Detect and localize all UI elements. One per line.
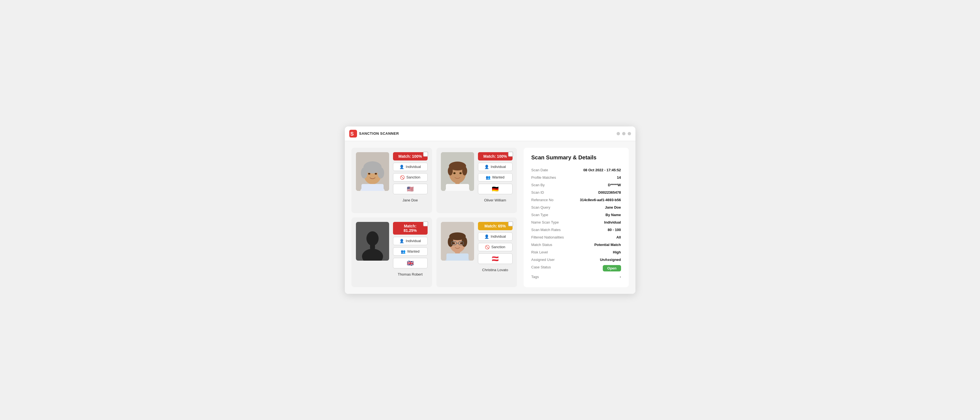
details-label: Scan Type [531,213,570,217]
card-thomas-robert: Match: 81.25% 👤 Individual 👥 Wanted 🇬🇧 T… [352,218,432,287]
person-name-1: Jane Doe [393,198,428,202]
card-checkbox-1[interactable] [423,152,428,157]
details-label: Tags [531,275,570,279]
individual-icon-3: 👤 [399,239,404,243]
svg-point-7 [361,167,368,178]
details-value: High [570,250,621,254]
details-row: Case StatusOpen [531,263,621,273]
type-tag-2: 👤 Individual [478,163,512,171]
svg-point-10 [375,173,377,175]
details-label: Assigned User [531,258,570,262]
details-label: Case Status [531,265,570,269]
svg-point-18 [462,167,467,175]
svg-point-9 [368,173,370,175]
wanted-icon-3: 👥 [401,249,406,254]
card-checkbox-2[interactable] [508,152,513,157]
category-label-1: Sanction [406,175,420,179]
category-label-3: Wanted [407,249,419,253]
details-value: 314c8ev6-aaf1-4693-b56 [570,198,621,202]
svg-rect-11 [361,184,383,191]
silhouette-svg [360,230,385,261]
details-row: Scan QueryJane Doe [531,204,621,211]
card-checkbox-3[interactable] [423,221,428,226]
details-row: Scan Date08 Oct 2022 - 17:45:52 [531,166,621,174]
details-row: Scan IDD0022365478 [531,189,621,196]
card-jane-doe: Match: 100% 👤 Individual 🚫 Sanction 🇺🇸 J… [352,148,432,213]
window-control-dot-2 [622,132,625,135]
details-label: Scan Date [531,168,570,172]
app-window: S SANCTION SCANNER [345,126,635,294]
window-controls [617,132,631,135]
type-label-1: Individual [406,165,421,169]
card-oliver-william: Match: 100% 👤 Individual 👥 Wanted 🇩🇪 Oli… [436,148,517,213]
svg-point-22 [366,231,379,246]
details-label: Profile Matches [531,175,570,180]
wanted-icon-2: 👥 [486,175,490,180]
details-rows: Scan Date08 Oct 2022 - 17:45:52Profile M… [531,166,621,280]
svg-text:S: S [350,131,354,137]
details-label: Filtered Nationalities [531,235,570,239]
details-label: Referance No [531,198,570,202]
svg-point-36 [460,242,462,244]
details-value: D0022365478 [570,190,621,194]
match-badge-1: Match: 100% [393,152,428,161]
details-row: Name Scan TypeIndividual [531,219,621,226]
logo-text: SANCTION SCANNER [359,131,399,135]
type-tag-3: 👤 Individual [393,237,428,245]
details-value: Open [570,265,621,271]
details-value: UnAssigned [570,258,621,262]
details-value: D*****W [570,183,621,187]
details-label: Scan By [531,183,570,187]
details-label: Match Status [531,243,570,247]
card-info-jane: Match: 100% 👤 Individual 🚫 Sanction 🇺🇸 J… [393,152,428,202]
svg-rect-24 [370,245,375,249]
details-row: Scan Match Rates80 - 100 [531,226,621,234]
details-row: Tags- [531,273,621,280]
details-row: Filtered NationalitiesAll [531,234,621,241]
svg-point-17 [448,167,453,175]
details-row: Profile Matches14 [531,174,621,181]
person-svg-christina [441,222,474,261]
details-value: Potential Match [570,243,621,247]
sanction-icon-4: 🚫 [485,245,490,249]
details-row: Assigned UserUnAssigned [531,256,621,263]
category-tag-4: 🚫 Sanction [478,243,512,251]
match-badge-3: Match: 81.25% [393,222,428,235]
main-content: Match: 100% 👤 Individual 🚫 Sanction 🇺🇸 J… [345,141,635,294]
sanction-icon-1: 🚫 [400,175,405,180]
category-label-4: Sanction [491,245,505,249]
details-value: Jane Doe [570,205,621,210]
card-checkbox-4[interactable] [508,221,513,226]
details-label: Risk Level [531,250,570,254]
details-value: - [570,275,621,279]
details-row: Referance No314c8ev6-aaf1-4693-b56 [531,196,621,204]
person-name-4: Christina Lovato [478,268,512,272]
case-status-badge: Open [603,265,621,271]
svg-rect-21 [446,184,469,191]
details-label: Scan Match Rates [531,228,570,232]
details-value: 14 [570,175,621,180]
individual-icon-2: 👤 [484,165,489,169]
details-label: Scan ID [531,190,570,194]
details-value: Individual [570,220,621,224]
details-value: 80 - 100 [570,228,621,232]
photo-jane-doe [356,152,389,191]
type-tag-4: 👤 Individual [478,232,512,241]
individual-icon-4: 👤 [484,234,489,239]
details-row: Scan TypeBy Name [531,211,621,219]
type-label-2: Individual [491,165,506,169]
card-christina-lovato: Match: 65% 👤 Individual 🚫 Sanction 🇦🇹 Ch… [436,218,517,287]
photo-thomas [356,222,389,261]
svg-point-8 [377,167,384,178]
type-tag-1: 👤 Individual [393,163,428,171]
details-value: 08 Oct 2022 - 17:45:52 [570,168,621,172]
details-row: Scan ByD*****W [531,181,621,189]
titlebar: S SANCTION SCANNER [345,126,635,141]
category-tag-1: 🚫 Sanction [393,173,428,181]
details-row: Risk LevelHigh [531,248,621,256]
details-label: Name Scan Type [531,220,570,224]
cards-section: Match: 100% 👤 Individual 🚫 Sanction 🇺🇸 J… [352,148,517,287]
flag-3: 🇬🇧 [393,258,428,268]
photo-oliver [441,152,474,191]
type-label-3: Individual [406,239,421,243]
